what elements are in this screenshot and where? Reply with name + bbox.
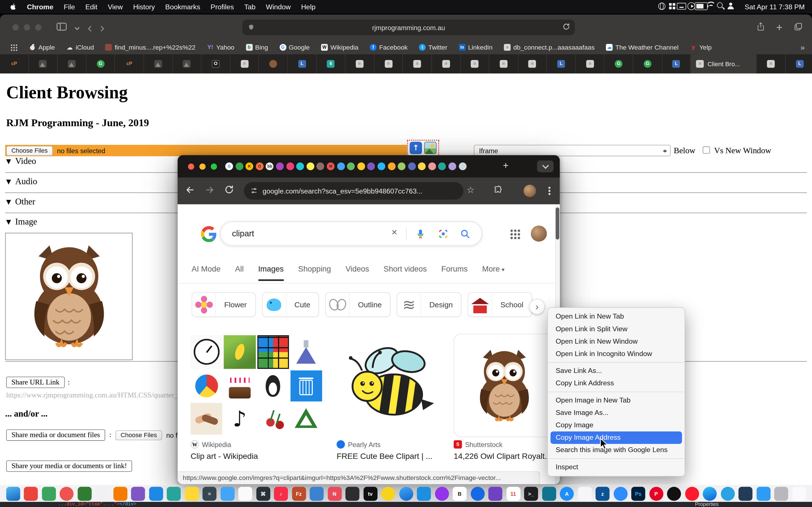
popup-tab-favicon[interactable]: bb xyxy=(266,163,274,170)
popup-tab-favicon[interactable] xyxy=(388,163,396,170)
search-result[interactable]: Shutterstock 14,226 Owl Clipart Royalt..… xyxy=(454,440,557,461)
owl-clipart-image[interactable] xyxy=(21,242,117,351)
clear-search-icon[interactable]: × xyxy=(392,226,397,238)
bookmarks-overflow-icon[interactable]: » xyxy=(801,43,805,52)
dock-icon[interactable] xyxy=(381,487,395,501)
bookmark-item[interactable]: G Google xyxy=(280,44,310,51)
browser-tab[interactable]: ≡ xyxy=(461,54,490,73)
result-title[interactable]: Clip art - Wikipedia xyxy=(191,452,322,461)
search-category-tab[interactable]: All xyxy=(235,265,244,281)
dock-icon[interactable]: ♪ xyxy=(274,487,288,501)
dock-icon[interactable] xyxy=(113,487,127,501)
bookmark-item[interactable]: t Twitter xyxy=(419,44,448,51)
share-url-input[interactable]: https://www.rjmprogramming.com.au/HTMLCS… xyxy=(6,391,177,399)
vs-new-window-checkbox[interactable] xyxy=(703,147,710,154)
browser-tab[interactable] xyxy=(173,54,202,73)
popup-tab-favicon[interactable] xyxy=(286,163,294,170)
menu-item[interactable]: Window xyxy=(261,3,296,11)
context-menu-item[interactable]: Copy Image Address xyxy=(550,432,682,444)
bookmark-item[interactable]: in LinkedIn xyxy=(459,44,493,51)
menu-item[interactable]: Bookmarks xyxy=(160,3,206,11)
dock-icon[interactable] xyxy=(703,487,717,501)
browser-tab[interactable] xyxy=(144,54,173,73)
sidebar-toggle-icon[interactable] xyxy=(56,22,67,33)
filter-chip[interactable]: Flower xyxy=(192,292,256,317)
dock-icon[interactable] xyxy=(310,487,324,501)
filter-chip[interactable]: Outline xyxy=(325,292,391,317)
context-menu-item[interactable]: Copy Image xyxy=(548,419,684,432)
dock-icon[interactable]: ⌘ xyxy=(256,487,270,501)
browser-tab[interactable]: ≡ xyxy=(518,54,547,73)
profile-avatar[interactable] xyxy=(523,185,536,197)
bookmark-item[interactable]: ☁ The Weather Channel xyxy=(606,44,678,51)
popup-tab-favicon[interactable]: O xyxy=(256,163,264,170)
search-category-tab[interactable]: Shopping xyxy=(298,265,331,281)
dock-icon[interactable]: 11 xyxy=(506,487,520,501)
search-result-image-collage[interactable] xyxy=(191,335,322,435)
browser-tab[interactable]: ≡ xyxy=(757,54,785,73)
browser-tab[interactable] xyxy=(29,54,57,73)
popup-tab-favicon[interactable] xyxy=(337,163,345,170)
search-category-tab[interactable]: Short videos xyxy=(384,265,427,281)
popup-tab-favicon[interactable] xyxy=(357,163,365,170)
popup-tab-favicon[interactable] xyxy=(367,163,375,170)
browser-tab[interactable]: ≡ xyxy=(490,54,518,73)
status-icon[interactable] xyxy=(696,2,706,10)
dock-icon[interactable] xyxy=(721,487,735,501)
browser-tab[interactable]: L xyxy=(547,54,576,73)
bookmark-item[interactable]: find_minus....rep+%22s%22 xyxy=(105,44,196,51)
browser-tab[interactable]: ≡ xyxy=(432,54,461,73)
address-bar[interactable]: google.com/search?sca_esv=5e9bb948607cc7… xyxy=(244,182,463,200)
status-icon[interactable] xyxy=(706,2,716,10)
search-result-image-owl[interactable] xyxy=(454,334,555,437)
browser-tab[interactable]: O xyxy=(202,54,231,73)
filter-chip[interactable]: Design xyxy=(397,292,462,317)
dock-icon[interactable] xyxy=(42,487,56,501)
dock-icon[interactable] xyxy=(24,487,38,501)
menu-bar-clock[interactable]: Sat Apr 11 7:38 PM xyxy=(745,3,805,11)
popup-tab-favicon[interactable]: K xyxy=(246,163,253,170)
result-title[interactable]: 14,226 Owl Clipart Royalt... xyxy=(454,452,557,461)
popup-tab-favicon[interactable] xyxy=(398,163,406,170)
browser-tab[interactable] xyxy=(57,54,86,73)
dock-icon[interactable]: >_ xyxy=(524,487,538,501)
browser-tab[interactable]: L xyxy=(785,54,812,73)
dock-icon[interactable]: N xyxy=(327,487,342,501)
browser-tab[interactable]: ≡ xyxy=(345,54,374,73)
dock-icon[interactable]: = xyxy=(202,487,216,501)
context-menu-item[interactable]: Open Link in New Window xyxy=(548,335,684,348)
tab-overview-icon[interactable] xyxy=(794,22,803,33)
search-category-tab[interactable]: More xyxy=(482,265,504,281)
context-menu-item[interactable]: Open Image in New Tab xyxy=(548,394,684,407)
dock-icon[interactable]: B xyxy=(453,487,467,501)
tab-search-button[interactable] xyxy=(537,160,554,172)
context-menu-item[interactable]: Copy Link Address xyxy=(548,377,684,390)
filter-chip[interactable]: School xyxy=(468,292,532,317)
apple-menu-icon[interactable] xyxy=(9,3,17,11)
context-menu-item[interactable]: Save Link As... xyxy=(548,365,684,377)
dock-icon[interactable] xyxy=(488,487,502,501)
zoom-window-button[interactable] xyxy=(211,163,217,170)
dock-icon[interactable] xyxy=(685,487,699,501)
google-logo[interactable] xyxy=(201,226,217,244)
dock-icon[interactable] xyxy=(756,487,770,501)
dock-icon[interactable] xyxy=(345,487,359,501)
popup-tab-favicon[interactable] xyxy=(408,163,416,170)
context-menu-item[interactable]: Open Link in New Tab xyxy=(548,311,684,323)
dock-icon[interactable] xyxy=(238,487,252,501)
dock-icon[interactable] xyxy=(399,487,413,501)
bookmark-star-icon[interactable]: ☆ xyxy=(467,185,474,195)
dock-icon[interactable] xyxy=(95,487,109,501)
popup-tab-favicon[interactable]: M xyxy=(327,163,335,170)
popup-tab-favicon[interactable] xyxy=(317,163,324,170)
popup-tab-favicon[interactable] xyxy=(449,163,456,170)
dock-icon[interactable] xyxy=(167,487,181,501)
dock-icon[interactable] xyxy=(149,487,163,501)
search-category-tab[interactable]: Videos xyxy=(345,265,369,281)
status-icon[interactable] xyxy=(726,2,736,10)
popup-tab-favicon[interactable] xyxy=(418,163,426,170)
collapsible-section-header[interactable]: ▼ Image xyxy=(6,217,37,227)
dock-icon[interactable] xyxy=(185,487,199,501)
active-app-name[interactable]: Chrome xyxy=(22,3,58,11)
status-icon[interactable] xyxy=(657,2,667,10)
